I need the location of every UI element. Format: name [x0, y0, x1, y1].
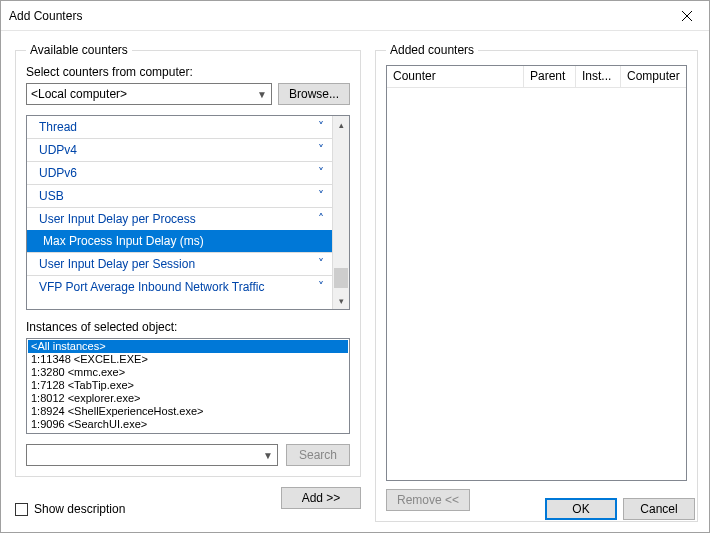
chevron-down-icon: ˅ [318, 166, 324, 180]
col-counter[interactable]: Counter [387, 66, 524, 88]
counter-item-label: User Input Delay per Session [39, 257, 318, 271]
counter-item[interactable]: UDPv4˅ [27, 139, 332, 161]
counter-item[interactable]: VFP Port Average Inbound Network Traffic… [27, 276, 332, 298]
window-title: Add Counters [9, 9, 664, 23]
chevron-down-icon: ˅ [318, 189, 324, 203]
instance-item[interactable]: 1:11348 <EXCEL.EXE> [28, 353, 348, 366]
counter-item-child[interactable]: Max Process Input Delay (ms) [27, 230, 332, 252]
counter-item-label: UDPv4 [39, 143, 318, 157]
instance-item[interactable]: 1:7128 <TabTip.exe> [28, 379, 348, 392]
chevron-down-icon: ▼ [257, 89, 267, 100]
browse-button[interactable]: Browse... [278, 83, 350, 105]
counters-list-pane: Thread˅UDPv4˅UDPv6˅USB˅User Input Delay … [26, 115, 350, 310]
cancel-button[interactable]: Cancel [623, 498, 695, 520]
counter-item[interactable]: Thread˅ [27, 116, 332, 138]
counters-scrollbar[interactable]: ▴ ▾ [332, 116, 349, 309]
chevron-down-icon: ▼ [263, 450, 273, 461]
close-icon [682, 11, 692, 21]
chevron-down-icon: ˅ [318, 280, 324, 294]
counters-list[interactable]: Thread˅UDPv4˅UDPv6˅USB˅User Input Delay … [27, 116, 332, 309]
ok-button[interactable]: OK [545, 498, 617, 520]
added-counters-group: Added counters Counter Parent Inst... Co… [375, 43, 698, 522]
instance-item[interactable]: 1:8012 <explorer.exe> [28, 392, 348, 405]
col-computer[interactable]: Computer [621, 66, 686, 88]
instance-item[interactable]: 1:3280 <mmc.exe> [28, 366, 348, 379]
counter-item[interactable]: User Input Delay per Process˄ [27, 208, 332, 230]
computer-combo-value: <Local computer> [31, 87, 257, 101]
added-table: Counter Parent Inst... Computer [386, 65, 687, 481]
titlebar: Add Counters [1, 1, 709, 31]
counter-item-label: UDPv6 [39, 166, 318, 180]
added-legend: Added counters [386, 43, 478, 57]
computer-combo[interactable]: <Local computer> ▼ [26, 83, 272, 105]
instance-item[interactable]: <All instances> [28, 340, 348, 353]
counter-item[interactable]: UDPv6˅ [27, 162, 332, 184]
col-parent[interactable]: Parent [524, 66, 576, 88]
checkbox-icon [15, 503, 28, 516]
added-table-header: Counter Parent Inst... Computer [387, 66, 686, 88]
select-computer-label: Select counters from computer: [26, 65, 350, 79]
scroll-down-icon[interactable]: ▾ [333, 292, 349, 309]
scroll-up-icon[interactable]: ▴ [333, 116, 349, 133]
add-counters-dialog: Add Counters Available counters Select c… [0, 0, 710, 533]
available-legend: Available counters [26, 43, 132, 57]
available-counters-group: Available counters Select counters from … [15, 43, 361, 477]
instance-item[interactable]: 1:9096 <SearchUI.exe> [28, 418, 348, 431]
show-description-checkbox[interactable]: Show description [15, 502, 125, 516]
col-instance[interactable]: Inst... [576, 66, 621, 88]
counter-item-label: USB [39, 189, 318, 203]
close-button[interactable] [664, 1, 709, 30]
scroll-thumb[interactable] [334, 268, 348, 288]
counter-item-label: Thread [39, 120, 318, 134]
counter-item[interactable]: User Input Delay per Session˅ [27, 253, 332, 275]
instances-label: Instances of selected object: [26, 320, 350, 334]
search-button[interactable]: Search [286, 444, 350, 466]
counter-item-label: Max Process Input Delay (ms) [43, 234, 324, 248]
instance-item[interactable]: 1:8924 <ShellExperienceHost.exe> [28, 405, 348, 418]
counter-item-label: VFP Port Average Inbound Network Traffic [39, 280, 318, 294]
instance-search-combo[interactable]: ▼ [26, 444, 278, 466]
chevron-down-icon: ˅ [318, 257, 324, 271]
counter-item-label: User Input Delay per Process [39, 212, 318, 226]
chevron-up-icon: ˄ [318, 212, 324, 226]
instances-list[interactable]: <All instances>1:11348 <EXCEL.EXE>1:3280… [26, 338, 350, 434]
chevron-down-icon: ˅ [318, 143, 324, 157]
chevron-down-icon: ˅ [318, 120, 324, 134]
counter-item[interactable]: USB˅ [27, 185, 332, 207]
show-description-label: Show description [34, 502, 125, 516]
